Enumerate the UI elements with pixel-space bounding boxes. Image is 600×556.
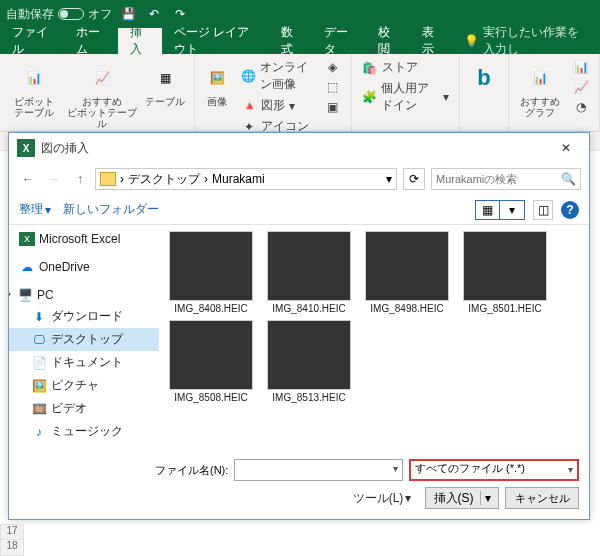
- tree-pictures[interactable]: 🖼️ピクチャ: [9, 374, 159, 397]
- tree-downloads[interactable]: ⬇ダウンロード: [9, 305, 159, 328]
- tell-me[interactable]: 💡 実行したい作業を入力し: [454, 28, 600, 54]
- thumbnail-icon: [365, 231, 449, 301]
- new-folder-button[interactable]: 新しいフォルダー: [63, 201, 159, 218]
- file-item[interactable]: IMG_8408.HEIC: [167, 231, 255, 314]
- file-item[interactable]: IMG_8508.HEIC: [167, 320, 255, 403]
- chevron-down-icon[interactable]: ▾: [480, 491, 491, 505]
- file-item[interactable]: IMG_8410.HEIC: [265, 231, 353, 314]
- redo-icon[interactable]: ↷: [170, 4, 190, 24]
- file-item[interactable]: IMG_8513.HEIC: [265, 320, 353, 403]
- row-header[interactable]: 17: [0, 524, 24, 540]
- folder-icon: [100, 172, 116, 186]
- search-icon: 🔍: [561, 172, 576, 186]
- pie-chart-button[interactable]: ◔: [569, 98, 593, 116]
- screenshot-button[interactable]: ▣: [321, 98, 345, 116]
- file-list: IMG_8408.HEIC IMG_8410.HEIC IMG_8498.HEI…: [159, 225, 589, 453]
- insert-picture-dialog: X 図の挿入 ✕ ← → ↑ › デスクトップ › Murakami ▾ ⟳ 🔍…: [8, 132, 590, 520]
- nav-up-button[interactable]: ↑: [69, 168, 91, 190]
- file-item[interactable]: IMG_8498.HEIC: [363, 231, 451, 314]
- recommended-charts-button[interactable]: 📊 おすすめ グラフ: [515, 58, 565, 118]
- nav-back-button[interactable]: ←: [17, 168, 39, 190]
- tree-pc[interactable]: ▾🖥️PC: [9, 285, 159, 305]
- nav-forward-button[interactable]: →: [43, 168, 65, 190]
- line-chart-button[interactable]: 📈: [569, 78, 593, 96]
- refresh-button[interactable]: ⟳: [403, 168, 425, 190]
- thumbnail-icon: [267, 231, 351, 301]
- autosave-toggle[interactable]: 自動保存 オフ: [6, 6, 112, 23]
- pc-icon: 🖥️: [17, 288, 33, 302]
- chevron-down-icon[interactable]: ▾: [500, 201, 524, 219]
- breadcrumb[interactable]: › デスクトップ › Murakami ▾: [95, 168, 397, 190]
- tab-formulas[interactable]: 数式: [269, 28, 313, 54]
- tab-view[interactable]: 表示: [410, 28, 454, 54]
- help-button[interactable]: ?: [561, 201, 579, 219]
- tab-page-layout[interactable]: ページ レイアウト: [162, 28, 269, 54]
- expand-icon[interactable]: ▾: [9, 288, 13, 302]
- thumbs-view-icon[interactable]: ▦: [476, 201, 500, 219]
- group-bing: b: [460, 54, 509, 131]
- tell-me-label: 実行したい作業を入力し: [483, 24, 590, 58]
- thumbnail-icon: [169, 320, 253, 390]
- search-box[interactable]: 🔍: [431, 168, 581, 190]
- pictures-button[interactable]: 🖼️ 画像: [201, 58, 233, 107]
- tab-home[interactable]: ホーム: [64, 28, 118, 54]
- cancel-button[interactable]: キャンセル: [505, 487, 579, 509]
- tools-button[interactable]: ツール(L)▾: [345, 487, 419, 509]
- screenshot-icon: ▣: [325, 99, 341, 115]
- filename-input[interactable]: ▾: [234, 459, 403, 481]
- tree-music[interactable]: ♪ミュージック: [9, 420, 159, 443]
- group-tables: 📊 ピボット テーブル 📈 おすすめ ピボットテーブル ▦ テーブル: [0, 54, 195, 131]
- file-item[interactable]: IMG_8501.HEIC: [461, 231, 549, 314]
- group-illustrations: 🖼️ 画像 🌐オンライン画像 🔺図形▾ ✦アイコン ◈ ⬚ ▣: [195, 54, 352, 131]
- addin-icon: 🧩: [362, 89, 377, 105]
- online-pictures-button[interactable]: 🌐オンライン画像: [237, 58, 317, 94]
- store-button[interactable]: 🛍️ストア: [358, 58, 453, 77]
- desktop-icon: 🖵: [31, 333, 47, 347]
- row-header[interactable]: 18: [0, 540, 24, 556]
- tree-excel[interactable]: XMicrosoft Excel: [9, 229, 159, 249]
- view-mode-selector[interactable]: ▦ ▾: [475, 200, 525, 220]
- tab-file[interactable]: ファイル: [0, 28, 64, 54]
- chevron-down-icon: ▾: [443, 90, 449, 104]
- toggle-switch-icon: [58, 8, 84, 20]
- thumbnail-icon: [267, 320, 351, 390]
- preview-pane-button[interactable]: ◫: [533, 200, 553, 220]
- online-pictures-icon: 🌐: [241, 68, 256, 84]
- pivot-table-button[interactable]: 📊 ピボット テーブル: [6, 58, 62, 118]
- my-addins-button[interactable]: 🧩個人用アドイン▾: [358, 79, 453, 115]
- undo-icon[interactable]: ↶: [144, 4, 164, 24]
- breadcrumb-item[interactable]: デスクトップ: [128, 171, 200, 188]
- breadcrumb-sep: ›: [204, 172, 208, 186]
- smartart-button[interactable]: ⬚: [321, 78, 345, 96]
- ribbon: 📊 ピボット テーブル 📈 おすすめ ピボットテーブル ▦ テーブル 🖼️ 画像…: [0, 54, 600, 132]
- lightbulb-icon: 💡: [464, 34, 479, 48]
- pictures-folder-icon: 🖼️: [31, 379, 47, 393]
- save-icon[interactable]: 💾: [118, 4, 138, 24]
- 3d-model-button[interactable]: ◈: [321, 58, 345, 76]
- tree-documents[interactable]: 📄ドキュメント: [9, 351, 159, 374]
- tab-review[interactable]: 校閲: [366, 28, 410, 54]
- insert-button[interactable]: 挿入(S)▾: [425, 487, 499, 509]
- tab-data[interactable]: データ: [312, 28, 366, 54]
- chevron-down-icon: ▾: [289, 99, 295, 113]
- tree-onedrive[interactable]: ☁OneDrive: [9, 257, 159, 277]
- organize-button[interactable]: 整理▾: [19, 201, 51, 218]
- search-input[interactable]: [436, 173, 557, 185]
- chevron-down-icon[interactable]: ▾: [393, 463, 398, 474]
- tree-desktop[interactable]: 🖵デスクトップ: [9, 328, 159, 351]
- column-chart-button[interactable]: 📊: [569, 58, 593, 76]
- close-button[interactable]: ✕: [551, 138, 581, 158]
- tree-videos[interactable]: 🎞️ビデオ: [9, 397, 159, 420]
- tab-insert[interactable]: 挿入: [118, 28, 162, 54]
- breadcrumb-item[interactable]: Murakami: [212, 172, 265, 186]
- filename-label: ファイル名(N):: [155, 463, 228, 478]
- download-icon: ⬇: [31, 310, 47, 324]
- bing-maps-button[interactable]: b: [466, 58, 502, 94]
- excel-icon: X: [19, 232, 35, 246]
- table-button[interactable]: ▦ テーブル: [142, 58, 188, 107]
- file-type-filter[interactable]: すべてのファイル (*.*): [409, 459, 579, 481]
- chevron-down-icon[interactable]: ▾: [386, 172, 392, 186]
- autosave-state: オフ: [88, 6, 112, 23]
- recommended-pivot-button[interactable]: 📈 おすすめ ピボットテーブル: [66, 58, 138, 129]
- shapes-button[interactable]: 🔺図形▾: [237, 96, 317, 115]
